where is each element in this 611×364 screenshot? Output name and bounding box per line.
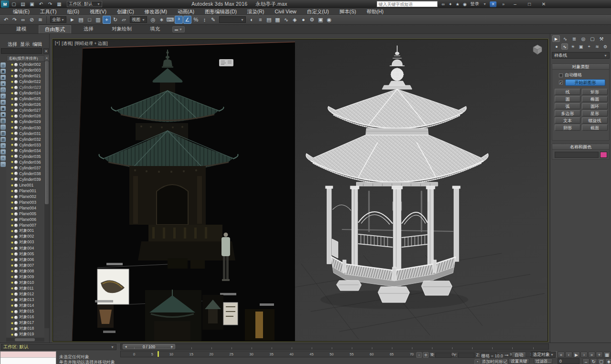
ribbon-tab[interactable]: 对象绘制 (106, 25, 137, 33)
menu-item[interactable]: 视图(V) (84, 8, 112, 15)
scene-object-row[interactable]: Plane001 (6, 188, 44, 194)
shapes-category-icon[interactable]: ∿ (561, 43, 568, 50)
explorer-find-icon[interactable]: ◎ (0, 62, 6, 68)
explorer-name-column-header[interactable]: 名称(按升序排序) (7, 55, 44, 62)
scene-object-row[interactable]: 对象004 (6, 246, 44, 251)
scene-object-row[interactable]: Plane004 (6, 205, 44, 211)
angle-snap-toggle-icon[interactable]: ∠ (183, 16, 191, 24)
select-and-rotate-icon[interactable]: ↻ (111, 16, 119, 24)
scene-object-row[interactable]: 对象009 (6, 274, 44, 280)
layer-manager-icon[interactable]: ▤ (265, 16, 273, 24)
scene-object-row[interactable]: 对象015 (6, 309, 44, 314)
filter-containers-icon[interactable]: □ (0, 125, 6, 130)
donut-button[interactable]: 圆环 (582, 103, 608, 109)
percent-snap-toggle-icon[interactable]: % (192, 16, 200, 24)
create-tab[interactable]: ► (552, 35, 560, 42)
sign-in-avatar-icon[interactable]: ◉ (461, 1, 468, 7)
key-selection-dropdown[interactable]: 选定对象 ▼ (531, 352, 556, 358)
previous-key-icon[interactable]: ◄ (124, 345, 127, 348)
x-coordinate-field[interactable] (435, 353, 452, 358)
menu-item[interactable]: 创建(C) (112, 8, 139, 15)
scene-object-row[interactable]: Cylinder028 (6, 113, 44, 119)
scene-object-row[interactable]: Cylinder033 (6, 142, 44, 148)
scene-object-row[interactable]: Cylinder031 (6, 131, 44, 136)
listener-macro-row[interactable] (0, 352, 56, 358)
viewport-canvas[interactable]: [+] [透视] [明暗处理 + 边面] (53, 39, 548, 342)
render-production-icon[interactable]: ◉ (325, 16, 333, 24)
clear-search-icon[interactable]: ✕ (43, 48, 49, 54)
scene-object-row[interactable]: 对象017 (6, 320, 44, 326)
filter-lights-icon[interactable]: ● (0, 81, 6, 86)
menu-item[interactable]: 帮助(H) (361, 8, 389, 15)
scene-object-row[interactable]: Cylinder036 (6, 159, 44, 165)
scene-object-row[interactable]: Cylinder003 (6, 67, 44, 73)
filter-spacewarps-icon[interactable]: ≋ (0, 100, 6, 105)
zoom-icon[interactable]: + (596, 352, 603, 358)
scroll-up-icon[interactable]: ▲ (44, 55, 49, 61)
menu-item[interactable]: 动画(A) (172, 8, 200, 15)
viewport-menu-pov[interactable]: [透视] (62, 41, 73, 47)
auto-key-button[interactable]: 自动 (512, 352, 526, 358)
scene-object-row[interactable]: Plane003 (6, 199, 44, 205)
listener-script-row[interactable] (0, 358, 56, 364)
scene-object-row[interactable]: Line001 (6, 182, 44, 188)
spinner-snap-toggle-icon[interactable]: ↕ (200, 16, 209, 24)
rollout-header[interactable]: 对象类型 (552, 64, 609, 70)
ngon-button[interactable]: 多边形 (555, 110, 580, 116)
lights-category-icon[interactable]: ☀ (569, 43, 576, 50)
zoom-extents-all-icon[interactable]: ▦ (603, 352, 611, 358)
explorer-menu-item[interactable]: 选择 (8, 41, 17, 47)
scene-object-row[interactable]: 对象019 (6, 332, 44, 337)
ellipse-button[interactable]: 椭圆 (582, 96, 608, 102)
maxscript-mini-listener[interactable] (0, 351, 56, 364)
snaps-toggle-icon[interactable]: ³ (175, 16, 183, 24)
scene-object-row[interactable]: 对象011 (6, 286, 44, 291)
scene-object-row[interactable]: 对象016 (6, 314, 44, 320)
ribbon-tab[interactable]: 填充 (144, 25, 166, 33)
new-file-icon[interactable]: ▢ (10, 1, 18, 8)
scene-object-row[interactable]: 对象013 (6, 297, 44, 303)
filter-shapes-icon[interactable]: ◈ (0, 75, 6, 80)
remove-filter-icon[interactable]: – (0, 162, 6, 167)
rectangle-button[interactable]: 矩形 (582, 89, 608, 95)
field-of-view-icon[interactable]: ◈ (605, 358, 611, 364)
scene-object-row[interactable]: Plane005 (6, 211, 44, 217)
motion-tab[interactable]: ◎ (579, 35, 587, 42)
redo-icon[interactable]: ↷ (11, 16, 19, 24)
keyboard-shortcut-override-icon[interactable]: ⌨ (166, 16, 174, 24)
viewport-menu-general[interactable]: [+] (55, 41, 60, 47)
circle-button[interactable]: 圆 (555, 96, 580, 102)
filter-groups-icon[interactable]: ◉ (0, 106, 6, 111)
select-and-manipulate-icon[interactable]: ∗ (158, 16, 166, 24)
undo-icon[interactable]: ↶ (2, 16, 10, 24)
object-color-swatch[interactable] (600, 152, 607, 158)
reference-image-plane[interactable] (72, 42, 295, 342)
ribbon-minimize-button[interactable]: ▬ ▼ (172, 26, 185, 32)
chevron-down-icon[interactable]: ▼ (483, 2, 486, 6)
curve-editor-icon[interactable]: ∿ (282, 16, 290, 24)
rendered-frame-window-icon[interactable]: ▣ (316, 16, 325, 24)
menu-item[interactable]: 自定义(U) (302, 8, 334, 15)
unlink-selection-icon[interactable]: ⊘ (28, 16, 36, 24)
scene-object-row[interactable]: 对象010 (6, 280, 44, 286)
application-menu-button[interactable]: M (1, 0, 9, 8)
menu-item[interactable]: 脚本(S) (334, 8, 361, 15)
systems-category-icon[interactable]: ⚙ (602, 43, 609, 50)
next-frame-button[interactable]: › (580, 352, 588, 358)
sort-icon[interactable]: ≡ (0, 143, 6, 148)
scene-object-row[interactable]: Cylinder034 (6, 148, 44, 154)
set-key-mode-button[interactable]: 设置关键点 (508, 358, 529, 364)
reference-coordinate-dropdown[interactable]: 视图 ▼ (130, 16, 147, 23)
pan-icon[interactable]: ↔ (582, 358, 590, 364)
select-and-scale-icon[interactable]: ▱ (120, 16, 128, 24)
helpers-category-icon[interactable]: ⌖ (586, 43, 592, 50)
scene-object-row[interactable]: Plane007 (6, 222, 44, 228)
menu-item[interactable]: 图形编辑器(D) (200, 8, 242, 15)
star-button[interactable]: 星形 (582, 110, 608, 116)
workspace-dropdown-bottom[interactable]: 工作区: 默认 ▼ (1, 344, 116, 350)
schematic-view-icon[interactable]: ◈ (291, 16, 299, 24)
viewport-menu-shading[interactable]: [明暗处理 + 边面] (74, 41, 107, 47)
communication-center-icon[interactable]: ✦ (447, 1, 454, 7)
favorites-icon[interactable]: ★ (454, 1, 461, 7)
filter-helpers-icon[interactable]: ◐ (0, 94, 6, 99)
